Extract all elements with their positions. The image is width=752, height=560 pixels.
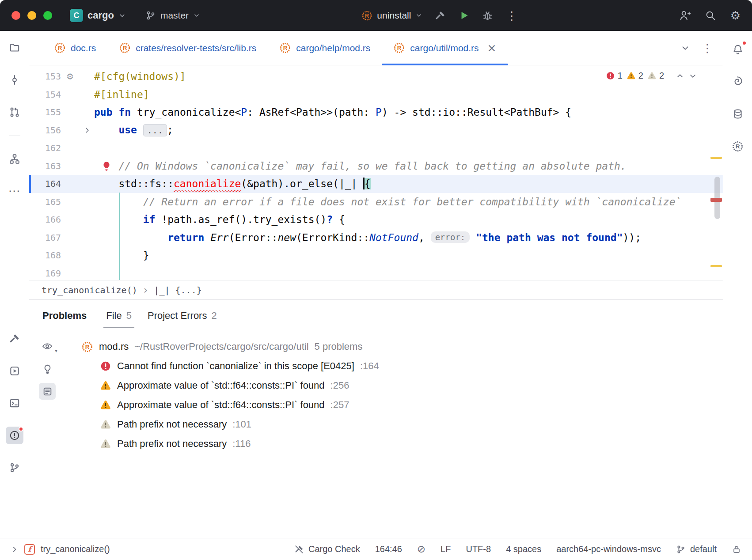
gutter[interactable]: 162 <box>29 139 94 157</box>
chevron-right-icon[interactable] <box>11 545 19 553</box>
code-line[interactable]: 155pub fn try_canonicalize<P: AsRef<Path… <box>29 103 723 121</box>
rust-file-icon: R <box>393 42 405 54</box>
settings-gear-icon[interactable]: ⚙ <box>730 10 741 21</box>
tab-label: crates/resolver-tests/src/lib.rs <box>136 43 256 53</box>
tab-project-errors[interactable]: Project Errors 2 <box>140 300 225 332</box>
run-button[interactable] <box>458 10 470 21</box>
gutter[interactable]: 167 <box>29 229 94 247</box>
editor-tab[interactable]: Rcargo/help/mod.rs <box>268 31 382 65</box>
kebab-menu-icon[interactable]: ⋮ <box>505 10 517 22</box>
commit-tool-icon[interactable] <box>6 71 23 89</box>
error-bulb-icon[interactable] <box>101 161 112 171</box>
cargo-check-widget[interactable]: Cargo Check <box>294 544 360 554</box>
editor-tab[interactable]: Rcargo/util/mod.rs× <box>382 31 508 65</box>
open-preview-icon[interactable] <box>39 383 56 400</box>
current-symbol[interactable]: try_canonicalize() <box>41 544 110 554</box>
next-problem-icon[interactable] <box>688 72 697 80</box>
maximize-window-button[interactable] <box>43 11 52 20</box>
gutter[interactable]: 153⚙ <box>29 68 94 86</box>
more-tools-icon[interactable]: ⋯ <box>6 182 23 200</box>
code-line[interactable]: 154#[inline] <box>29 86 723 104</box>
gutter[interactable]: 154 <box>29 86 94 104</box>
project-tool-icon[interactable] <box>6 39 23 57</box>
chevron-down-icon[interactable] <box>680 43 690 53</box>
editor-tab[interactable]: Rcrates/resolver-tests/src/lib.rs <box>107 31 268 65</box>
problem-row[interactable]: Path prefix not necessary:116 <box>65 434 723 454</box>
problem-row[interactable]: Approximate value of `std::f64::consts::… <box>65 376 723 395</box>
problem-row[interactable]: Path prefix not necessary:101 <box>65 415 723 434</box>
code-line[interactable]: 167 return Err(Error::new(ErrorKind::Not… <box>29 229 723 247</box>
git-tool-icon[interactable] <box>6 459 23 477</box>
quickfix-bulb-icon[interactable] <box>39 360 56 377</box>
code-line[interactable]: 156 use ...; <box>29 121 723 140</box>
breadcrumb-function[interactable]: try_canonicalize() <box>42 285 137 295</box>
code-line[interactable]: 166 if !path.as_ref().try_exists()? { <box>29 211 723 229</box>
structure-tool-icon[interactable] <box>6 150 23 168</box>
project-widget[interactable]: C cargo <box>70 9 126 22</box>
problem-row[interactable]: Cannot find function `canonialize` in th… <box>65 356 723 376</box>
caret-position[interactable]: 164:46 <box>375 544 402 554</box>
warning-count: 2 <box>638 71 643 81</box>
gutter[interactable]: 155 <box>29 103 94 121</box>
line-number: 166 <box>29 214 61 225</box>
git-branch-widget[interactable]: default <box>676 544 717 554</box>
notifications-bell-icon[interactable] <box>729 41 747 58</box>
stripe-warning-mark[interactable] <box>710 265 722 267</box>
problems-tool-icon[interactable] <box>6 427 23 444</box>
gutter[interactable]: 164 <box>29 175 94 193</box>
gutter[interactable]: 165 <box>29 193 94 211</box>
gutter[interactable]: 166 <box>29 211 94 229</box>
file-encoding[interactable]: UTF-8 <box>466 544 491 554</box>
code-editor[interactable]: 153⚙#[cfg(windows)]154#[inline]155pub fn… <box>29 65 723 280</box>
gutter[interactable]: 168 <box>29 246 94 265</box>
pull-requests-tool-icon[interactable] <box>6 103 23 121</box>
code-line[interactable]: 169 <box>29 265 723 281</box>
run-tool-icon[interactable] <box>6 362 23 380</box>
fold-arrow-icon[interactable] <box>83 126 91 134</box>
minimize-window-button[interactable] <box>27 11 36 20</box>
build-tool-icon[interactable] <box>6 330 23 348</box>
build-hammer-icon[interactable] <box>435 10 446 21</box>
build-target[interactable]: aarch64-pc-windows-msvc <box>556 544 661 554</box>
kebab-menu-icon[interactable]: ⋮ <box>702 42 713 54</box>
gutter[interactable]: 169 <box>29 265 94 281</box>
indent-setting[interactable]: 4 spaces <box>506 544 541 554</box>
rust-plugin-icon[interactable]: R <box>729 137 747 155</box>
gutter[interactable]: 156 <box>29 121 94 140</box>
code-line[interactable]: 162 <box>29 139 723 157</box>
prev-problem-icon[interactable] <box>676 72 684 80</box>
close-icon[interactable]: × <box>487 42 497 54</box>
lock-icon[interactable] <box>732 545 741 554</box>
problem-text: Cannot find function `canonialize` in th… <box>117 360 354 372</box>
problem-row[interactable]: Approximate value of `std::f64::consts::… <box>65 395 723 415</box>
breadcrumb-closure[interactable]: |_| {...} <box>154 285 201 295</box>
add-user-icon[interactable] <box>679 10 691 21</box>
terminal-tool-icon[interactable] <box>6 394 23 412</box>
vcs-branch-widget[interactable]: master <box>145 10 200 21</box>
tab-file[interactable]: File 5 <box>98 300 140 332</box>
gear-icon[interactable]: ⚙ <box>66 72 74 81</box>
close-window-button[interactable] <box>11 11 20 20</box>
code-line[interactable]: 168 } <box>29 246 723 265</box>
stripe-warning-mark[interactable] <box>710 157 722 159</box>
rail-divider <box>9 136 20 136</box>
editor-tab[interactable]: Rdoc.rs <box>42 31 107 65</box>
database-tool-icon[interactable] <box>729 105 747 123</box>
inspection-widget[interactable]: 1 2 2 <box>603 70 700 82</box>
highlighting-level-icon[interactable]: ⊘ <box>417 544 425 554</box>
git-branch-icon <box>145 10 156 21</box>
ai-assistant-icon[interactable] <box>729 73 747 91</box>
search-icon[interactable] <box>705 10 716 21</box>
line-ending[interactable]: LF <box>441 544 451 554</box>
preview-eye-icon[interactable]: ▾ <box>39 338 56 355</box>
gutter[interactable]: 163 <box>29 157 94 175</box>
right-tool-rail: R <box>723 31 752 538</box>
code-line[interactable]: 163 // On Windows `canonicalize` may fai… <box>29 157 723 175</box>
code-line[interactable]: 164 std::fs::canonialize(&path).or_else(… <box>29 175 723 193</box>
problems-file-row[interactable]: R mod.rs ~/RustRoverProjects/cargo/src/c… <box>65 337 723 356</box>
run-config-selector[interactable]: R uninstall <box>361 10 422 21</box>
debug-bug-icon[interactable] <box>482 10 493 21</box>
code-line[interactable]: 165 // Return an error if a file does no… <box>29 193 723 211</box>
stripe-error-mark[interactable] <box>710 198 722 202</box>
code-text: } <box>94 246 723 265</box>
